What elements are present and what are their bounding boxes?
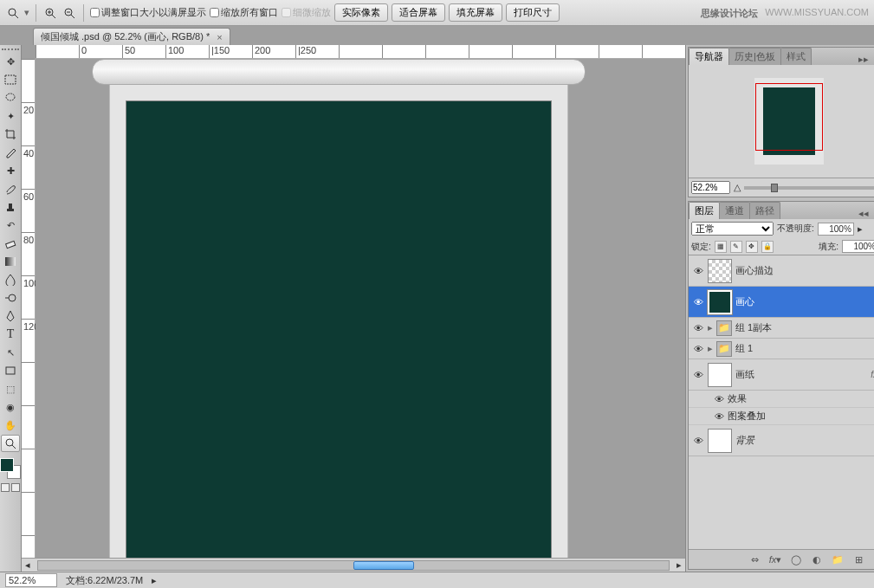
dodge-tool[interactable]	[1, 289, 20, 307]
ruler-vertical[interactable]: 20406080100120	[22, 59, 36, 558]
visibility-icon[interactable]: 👁	[715, 411, 724, 422]
visibility-icon[interactable]: 👁	[692, 370, 704, 380]
layer-mask-icon[interactable]: ◯	[788, 552, 804, 566]
zoom-out-icon[interactable]	[62, 5, 77, 21]
zoom-tool-indicator[interactable]	[5, 5, 21, 21]
lock-pixels-icon[interactable]: ✎	[730, 241, 742, 253]
close-tab-icon[interactable]: ×	[217, 32, 222, 42]
visibility-icon[interactable]: 👁	[692, 266, 704, 276]
new-group-icon[interactable]: 📁	[830, 552, 845, 566]
layer-thumb[interactable]	[708, 429, 732, 453]
layer-name[interactable]: 画心	[735, 295, 874, 308]
visibility-icon[interactable]: 👁	[692, 344, 704, 354]
layer-thumb[interactable]	[708, 259, 732, 283]
panel-grip[interactable]	[2, 48, 19, 52]
lock-transparency-icon[interactable]: ▦	[715, 241, 727, 253]
status-menu-icon[interactable]: ▸	[152, 575, 157, 586]
tab-navigator[interactable]: 导航器	[689, 48, 729, 65]
visibility-icon[interactable]: 👁	[692, 297, 704, 307]
3d-camera-tool[interactable]: ◉	[1, 398, 20, 416]
link-layers-icon[interactable]: ⇔	[747, 552, 762, 566]
layer-group-row[interactable]: 👁 ▸ 📁 组 1副本	[689, 318, 874, 339]
folder-icon[interactable]: 📁	[716, 341, 732, 357]
zoom-tool[interactable]	[1, 435, 20, 452]
color-swatches[interactable]	[0, 458, 21, 479]
layer-name[interactable]: 画心描边	[735, 264, 874, 277]
wand-tool[interactable]: ✦	[1, 107, 20, 125]
healing-tool[interactable]: ✚	[1, 162, 20, 179]
eraser-tool[interactable]	[1, 235, 20, 252]
history-brush-tool[interactable]: ↶	[1, 216, 20, 234]
print-size-button[interactable]: 打印尺寸	[506, 3, 560, 22]
lock-position-icon[interactable]: ✥	[746, 241, 758, 253]
adjustment-layer-icon[interactable]: ◐	[809, 552, 825, 566]
actual-pixels-button[interactable]: 实际像素	[334, 3, 388, 22]
layer-name[interactable]: 画纸	[735, 368, 867, 381]
fine-zoom-checkbox[interactable]: 细微缩放	[282, 6, 331, 19]
foreground-color[interactable]	[0, 458, 14, 472]
3d-tool[interactable]: ⬚	[1, 380, 20, 397]
group-toggle-icon[interactable]: ▸	[708, 322, 713, 333]
shape-tool[interactable]	[1, 362, 20, 379]
crop-tool[interactable]	[1, 126, 20, 143]
stamp-tool[interactable]	[1, 198, 20, 216]
layer-name[interactable]: 组 1副本	[735, 321, 874, 334]
layer-row[interactable]: 👁 背景 🔒	[689, 425, 874, 456]
tab-layers[interactable]: 图层	[689, 202, 720, 219]
layer-thumb[interactable]	[708, 290, 732, 314]
ruler-horizontal[interactable]: 050100|150200|250	[36, 45, 685, 59]
type-tool[interactable]: T	[1, 326, 20, 343]
zoom-all-checkbox[interactable]: 缩放所有窗口	[210, 6, 278, 19]
fill-screen-button[interactable]: 填充屏幕	[449, 3, 502, 22]
tab-styles[interactable]: 样式	[780, 48, 812, 65]
tab-paths[interactable]: 路径	[749, 202, 780, 219]
effects-header[interactable]: 👁 效果	[689, 391, 874, 408]
group-toggle-icon[interactable]: ▸	[708, 343, 713, 354]
blur-tool[interactable]	[1, 271, 20, 288]
pen-tool[interactable]	[1, 307, 20, 325]
visibility-icon[interactable]: 👁	[715, 394, 724, 404]
zoom-field[interactable]: 52.2%	[5, 573, 57, 587]
panel-collapse-icon[interactable]: ▸▸	[855, 54, 872, 65]
visibility-icon[interactable]: 👁	[692, 323, 704, 333]
path-select-tool[interactable]: ↖	[1, 344, 20, 361]
tab-channels[interactable]: 通道	[719, 202, 750, 219]
fx-badge[interactable]: fx	[871, 370, 874, 379]
navigator-slider[interactable]	[744, 186, 874, 190]
horizontal-scrollbar[interactable]: ◂ ▸	[22, 558, 685, 572]
fill-value[interactable]: 100%	[842, 240, 874, 253]
scroll-thumb[interactable]	[353, 561, 414, 570]
visibility-icon[interactable]: 👁	[692, 436, 704, 446]
new-layer-icon[interactable]: ⊞	[851, 552, 866, 566]
layer-row[interactable]: 👁 画纸 fx ▾	[689, 359, 874, 391]
layer-name[interactable]: 组 1	[735, 342, 874, 355]
canvas-viewport[interactable]	[36, 59, 685, 558]
brush-tool[interactable]	[1, 180, 20, 197]
layer-thumb[interactable]	[708, 363, 732, 387]
marquee-tool[interactable]	[1, 71, 20, 88]
fit-screen-button[interactable]: 适合屏幕	[392, 3, 445, 22]
layer-row[interactable]: 👁 画心	[689, 287, 874, 318]
tab-history[interactable]: 历史|色板	[728, 48, 781, 65]
gradient-tool[interactable]	[1, 253, 20, 270]
opacity-value[interactable]: 100%	[818, 223, 854, 236]
layer-name[interactable]: 背景	[735, 434, 871, 447]
layer-row[interactable]: 👁 画心描边	[689, 255, 874, 287]
hand-tool[interactable]: ✋	[1, 417, 20, 434]
layers-collapse-icon[interactable]: ◂◂	[855, 208, 872, 219]
layer-group-row[interactable]: 👁 ▸ 📁 组 1	[689, 339, 874, 359]
navigator-zoom-input[interactable]	[691, 181, 730, 194]
folder-icon[interactable]: 📁	[716, 320, 732, 336]
eyedropper-tool[interactable]	[1, 144, 20, 161]
lasso-tool[interactable]	[1, 89, 20, 107]
layer-fx-icon[interactable]: fx▾	[767, 552, 783, 566]
navigator-preview[interactable]	[689, 65, 874, 178]
document-tab[interactable]: 倾国倾城 .psd @ 52.2% (画心, RGB/8) * ×	[33, 28, 230, 45]
move-tool[interactable]: ✥	[1, 53, 20, 70]
effect-item[interactable]: 👁 图案叠加	[689, 408, 874, 425]
blend-mode-select[interactable]: 正常	[691, 222, 774, 236]
quickmask-toggle[interactable]	[1, 483, 20, 492]
resize-window-checkbox[interactable]: 调整窗口大小以满屏显示	[90, 6, 206, 19]
lock-all-icon[interactable]: 🔒	[761, 241, 774, 253]
nav-zoomout-icon[interactable]: △	[734, 182, 741, 193]
